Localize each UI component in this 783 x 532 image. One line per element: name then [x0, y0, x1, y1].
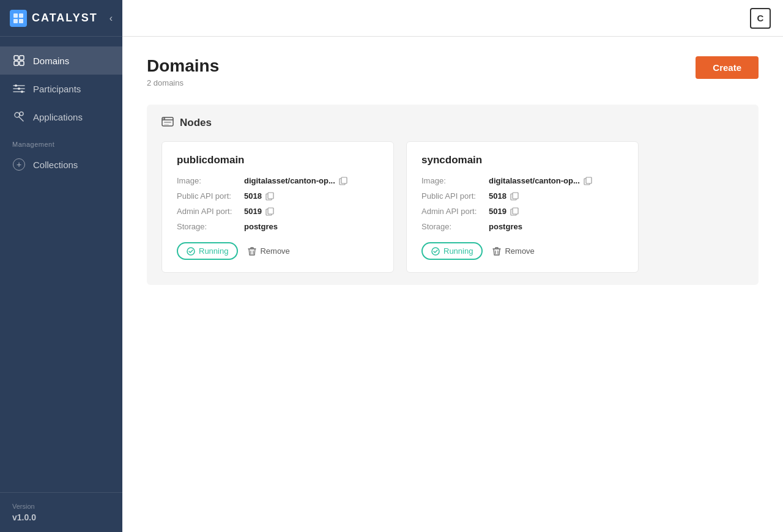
svg-rect-22	[164, 124, 169, 125]
domain-image-field-0: Image: digitalasset/canton-op...	[177, 176, 379, 185]
domain-public-api-field-1: Public API port: 5018	[421, 191, 623, 201]
participants-icon	[12, 82, 26, 95]
domain-card-publicdomain: publicdomain Image: digitalasset/canton-…	[161, 141, 394, 273]
domain-name-syncdomain: syncdomain	[421, 154, 623, 166]
domain-public-api-field-0: Public API port: 5018	[177, 191, 379, 201]
copy-public-api-icon-1[interactable]	[510, 192, 519, 201]
svg-point-12	[18, 87, 20, 90]
sidebar: CATALYST ‹ Domains	[0, 0, 122, 532]
domain-image-value-0: digitalasset/canton-op...	[244, 176, 335, 185]
sidebar-item-collections-label: Collections	[33, 160, 78, 170]
svg-line-15	[19, 117, 23, 121]
sidebar-item-applications[interactable]: Applications	[0, 103, 122, 131]
svg-rect-2	[13, 19, 18, 23]
page-subtitle: 2 domains	[147, 78, 219, 87]
copy-image-icon-1[interactable]	[584, 177, 592, 185]
domain-actions-0: Running Remove	[177, 242, 379, 260]
domain-card-syncdomain: syncdomain Image: digitalasset/canton-op…	[406, 141, 639, 273]
svg-rect-33	[586, 177, 592, 183]
sidebar-footer: Version v1.0.0	[0, 492, 122, 532]
domain-image-label-0: Image:	[177, 176, 244, 185]
content-area: Domains 2 domains Create Nodes	[122, 37, 783, 532]
page-header-left: Domains 2 domains	[147, 56, 219, 87]
version-label: Version	[12, 503, 110, 510]
domain-storage-label-0: Storage:	[177, 222, 244, 231]
page-header: Domains 2 domains Create	[147, 56, 759, 87]
domain-admin-api-label-0: Admin API port:	[177, 207, 244, 216]
version-number: v1.0.0	[12, 512, 110, 522]
sidebar-item-applications-label: Applications	[33, 112, 83, 122]
nodes-icon	[161, 117, 174, 129]
domain-admin-api-field-0: Admin API port: 5019	[177, 207, 379, 216]
domain-public-api-value-1: 5018	[489, 191, 507, 201]
domain-storage-value-1: postgres	[489, 222, 522, 231]
remove-button-0[interactable]: Remove	[248, 246, 289, 256]
copy-admin-api-icon-0[interactable]	[265, 207, 274, 216]
svg-rect-28	[268, 208, 273, 214]
domain-name-publicdomain: publicdomain	[177, 154, 379, 166]
domain-admin-api-value-1: 5019	[489, 207, 507, 216]
copy-image-icon-0[interactable]	[339, 177, 347, 185]
svg-point-11	[15, 84, 17, 87]
domain-admin-api-value-0: 5019	[244, 207, 262, 216]
svg-point-16	[20, 112, 23, 116]
nodes-header: Nodes	[161, 117, 744, 129]
domain-admin-api-label-1: Admin API port:	[421, 207, 489, 216]
sidebar-logo: CATALYST	[10, 10, 98, 27]
remove-label-1: Remove	[505, 246, 534, 256]
domain-storage-field-1: Storage: postgres	[421, 222, 623, 231]
svg-rect-21	[164, 122, 171, 123]
svg-rect-35	[513, 193, 518, 199]
logo-icon	[10, 10, 27, 27]
add-circle-icon: +	[13, 158, 25, 171]
copy-admin-api-icon-1[interactable]	[510, 207, 519, 216]
sidebar-nav: Domains Participants	[0, 37, 122, 492]
management-label: Management	[0, 131, 122, 150]
user-avatar[interactable]: C	[750, 8, 771, 29]
svg-rect-4	[14, 56, 18, 60]
remove-button-1[interactable]: Remove	[492, 246, 534, 256]
domain-image-value-1: digitalasset/canton-op...	[489, 176, 580, 185]
running-label-0: Running	[199, 246, 228, 256]
domain-storage-label-1: Storage:	[421, 222, 489, 231]
domain-public-api-label-1: Public API port:	[421, 191, 489, 201]
domain-admin-api-field-1: Admin API port: 5019	[421, 207, 623, 216]
logo-text: CATALYST	[32, 12, 98, 24]
page-title: Domains	[147, 56, 219, 76]
sidebar-collapse-button[interactable]: ‹	[109, 13, 113, 24]
main-content: C Domains 2 domains Create	[122, 0, 783, 532]
applications-icon	[12, 110, 26, 124]
svg-rect-5	[20, 56, 24, 60]
domain-image-label-1: Image:	[421, 176, 489, 185]
svg-rect-6	[14, 61, 18, 65]
domain-actions-1: Running Remove	[421, 242, 623, 260]
remove-label-0: Remove	[260, 246, 289, 256]
domain-public-api-value-0: 5018	[244, 191, 262, 201]
sidebar-item-domains[interactable]: Domains	[0, 46, 122, 75]
svg-rect-37	[513, 208, 518, 214]
running-button-1[interactable]: Running	[421, 242, 483, 260]
running-button-0[interactable]: Running	[177, 242, 238, 260]
create-button[interactable]: Create	[696, 56, 759, 79]
domains-icon	[12, 54, 26, 67]
collections-add-icon: +	[12, 158, 26, 171]
svg-rect-3	[19, 19, 23, 23]
sidebar-item-collections[interactable]: + Collections	[0, 150, 122, 179]
sidebar-header: CATALYST ‹	[0, 0, 122, 37]
nodes-title: Nodes	[180, 117, 212, 129]
svg-point-20	[163, 118, 164, 119]
nodes-grid: publicdomain Image: digitalasset/canton-…	[161, 141, 744, 273]
domain-public-api-label-0: Public API port:	[177, 191, 244, 201]
svg-rect-7	[20, 61, 24, 65]
copy-public-api-icon-0[interactable]	[265, 192, 274, 201]
sidebar-item-domains-label: Domains	[33, 56, 69, 66]
svg-rect-26	[268, 193, 273, 199]
sidebar-item-participants[interactable]: Participants	[0, 75, 122, 103]
svg-rect-1	[19, 13, 23, 18]
svg-rect-24	[341, 177, 347, 183]
svg-point-13	[21, 91, 23, 93]
nodes-section: Nodes publicdomain Image: digitalasset/c…	[147, 105, 759, 285]
svg-rect-0	[13, 13, 18, 18]
domain-storage-value-0: postgres	[244, 222, 278, 231]
sidebar-item-participants-label: Participants	[33, 84, 81, 94]
